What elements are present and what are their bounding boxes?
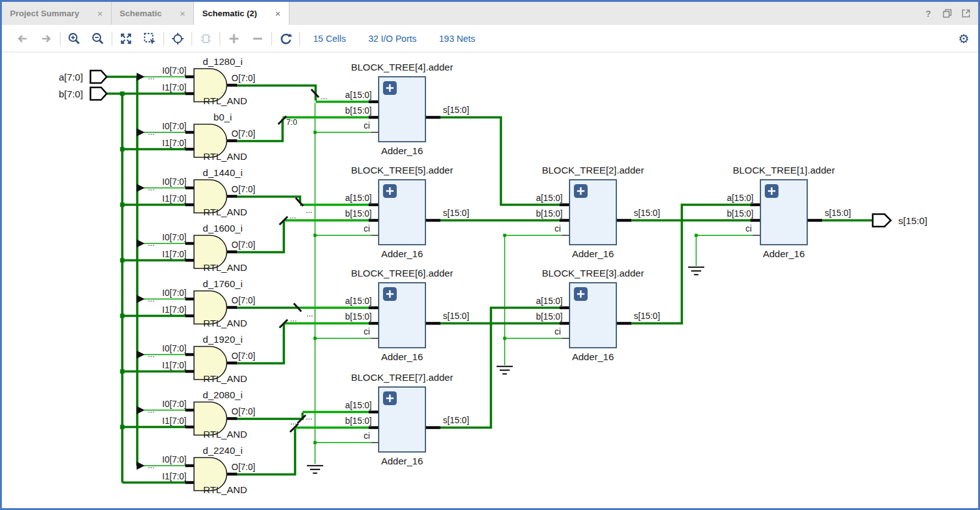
gate-type-label: RTL_AND <box>203 262 247 273</box>
back-button[interactable] <box>13 29 32 48</box>
adder-pin-label: a[15:0] <box>345 400 372 410</box>
gate-pin-label: O[7:0] <box>231 351 255 361</box>
gate-pin-label: I0[7:0] <box>162 343 187 353</box>
gate-pin-label: I1[7:0] <box>162 471 187 481</box>
autofit-selection-button[interactable] <box>168 29 187 48</box>
ellipsis-mark: ... <box>306 412 313 421</box>
zoom-fit-button[interactable] <box>117 29 135 48</box>
regenerate-button[interactable] <box>276 29 295 48</box>
adder-pin-label: b[15:0] <box>727 208 754 218</box>
adder-type-label: Adder_16 <box>381 456 423 466</box>
bus-wire[interactable] <box>631 205 752 323</box>
adder-pin-label: b[15:0] <box>536 311 563 321</box>
gate-pin-label: O[7:0] <box>231 295 255 305</box>
adder-pin-label: ci <box>364 223 370 233</box>
schematic-canvas[interactable]: a[7:0]b[7:0]s[15:0]d_1280_iRTL_ANDI0[7:0… <box>2 52 978 508</box>
tab-project-summary[interactable]: Project Summary× <box>2 2 112 25</box>
adder-pin-label: b[15:0] <box>345 311 372 321</box>
zoom-out-button[interactable] <box>89 29 107 48</box>
wire-junction <box>314 131 317 134</box>
io-ports-link[interactable]: 32 I/O Ports <box>368 34 416 44</box>
help-icon[interactable]: ? <box>923 9 933 19</box>
adder-pin-label: ci <box>364 326 370 336</box>
forward-button[interactable] <box>37 29 56 48</box>
adder-type-label: Adder_16 <box>381 351 423 362</box>
wire-junction <box>503 234 507 237</box>
nets-link[interactable]: 193 Nets <box>439 34 475 44</box>
tab-close-icon[interactable]: × <box>273 8 283 19</box>
bus-wire[interactable] <box>440 117 561 205</box>
adder-name-label: BLOCK_TREE[7].adder <box>351 372 454 383</box>
ellipsis-mark: ... <box>290 314 297 323</box>
gate-pin-label: I1[7:0] <box>162 249 187 259</box>
ellipsis-mark: ... <box>148 238 155 248</box>
adder-pin-label: ci <box>745 223 752 233</box>
ellipsis-mark: ... <box>148 461 155 470</box>
gate-name-label: d_1600_i <box>203 223 243 233</box>
tap-arrow-icon <box>137 406 145 414</box>
gate-pin-label: O[7:0] <box>231 129 255 139</box>
adder-pin-label: a[15:0] <box>345 296 372 306</box>
gate-pin-label: I1[7:0] <box>162 194 187 204</box>
tap-arrow-icon <box>137 184 145 192</box>
adder-name-label: BLOCK_TREE[2].adder <box>542 165 644 175</box>
toolbar-separator <box>112 32 112 46</box>
tap-arrow-icon <box>137 240 145 248</box>
adder-type-label: Adder_16 <box>381 145 423 156</box>
bus-range-tag: 7:0 <box>286 118 297 127</box>
output-port-s[interactable] <box>873 214 891 227</box>
settings-gear-icon[interactable]: ⚙ <box>958 32 969 45</box>
gate-pin-label: I0[7:0] <box>162 121 187 131</box>
bus-wire[interactable] <box>440 308 561 428</box>
adder-pin-label: s[15:0] <box>443 415 469 425</box>
adder-pin-label: ci <box>555 326 561 336</box>
adder-type-label: Adder_16 <box>381 248 423 259</box>
adder-pin-label: a[15:0] <box>345 193 372 203</box>
remove-button[interactable] <box>248 29 267 48</box>
gate-pin-label: I1[7:0] <box>162 305 187 315</box>
wire-junction <box>314 234 317 237</box>
gate-name-label: d_1920_i <box>203 334 243 345</box>
tab-close-icon[interactable]: × <box>178 8 187 19</box>
cells-link[interactable]: 15 Cells <box>313 34 346 44</box>
tab-label: Project Summary <box>10 9 79 18</box>
add-button[interactable] <box>225 29 243 48</box>
toolbar-separator <box>163 32 164 46</box>
restore-windows-icon[interactable] <box>942 9 952 19</box>
toolbar-separator <box>299 32 300 46</box>
input-port-a70[interactable] <box>90 71 107 83</box>
tab-schematic[interactable]: Schematic× <box>112 2 194 25</box>
zoom-in-button[interactable] <box>65 29 84 48</box>
tab-bar: Project Summary×Schematic×Schematic (2)×… <box>2 2 978 25</box>
adder-name-label: BLOCK_TREE[6].adder <box>351 268 454 278</box>
wire-junction <box>120 258 125 263</box>
toolbar-separator <box>271 32 272 46</box>
tab-close-icon[interactable]: × <box>95 8 105 19</box>
tap-arrow-icon <box>137 462 145 470</box>
gate-pin-label: O[7:0] <box>231 406 255 416</box>
float-window-icon[interactable] <box>961 9 971 19</box>
gate-pin-label: I0[7:0] <box>162 232 187 242</box>
zoom-selection-button[interactable] <box>140 29 159 48</box>
expand-cone-button[interactable] <box>196 29 215 48</box>
tab-schematic-2-[interactable]: Schematic (2)× <box>194 2 289 25</box>
adder-pin-label: s[15:0] <box>443 105 469 115</box>
wire-junction <box>120 370 125 374</box>
bus-wire[interactable] <box>236 197 300 204</box>
gate-pin-label: I1[7:0] <box>162 360 187 370</box>
window-controls: ? <box>923 2 971 25</box>
wire-junction <box>314 441 317 444</box>
input-port-label: a[7:0] <box>59 72 83 82</box>
ellipsis-mark: ... <box>148 350 155 359</box>
gate-name-label: d_2080_i <box>203 390 243 400</box>
output-port-label: s[15:0] <box>898 215 928 226</box>
schematic-toolbar: 15 Cells32 I/O Ports193 Nets ⚙ <box>2 25 978 52</box>
gate-name-label: d_2240_i <box>203 445 243 456</box>
adder-pin-label: s[15:0] <box>825 208 851 218</box>
adder-pin-label: ci <box>364 120 370 130</box>
bus-wire[interactable] <box>236 86 316 101</box>
adder-pin-label: b[15:0] <box>345 208 372 218</box>
gate-pin-label: I0[7:0] <box>162 454 187 464</box>
tap-arrow-icon <box>137 129 145 137</box>
input-port-b70[interactable] <box>90 87 107 100</box>
